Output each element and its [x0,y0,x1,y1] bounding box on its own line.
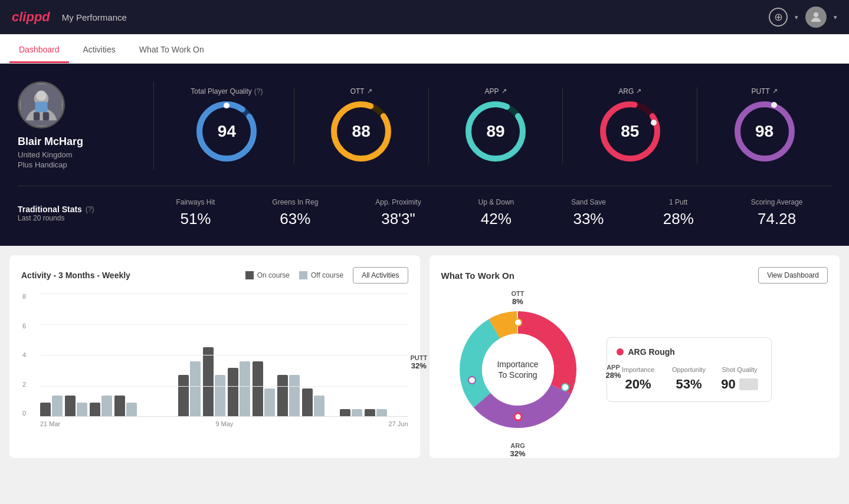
donut-wrapper: Importance To Scoring OTT 8% APP 28% [441,293,595,446]
all-activities-button[interactable]: All Activities [353,267,408,284]
svg-point-9 [224,103,230,108]
bar-off-8 [215,375,225,416]
hero-top: Blair McHarg United Kingdom Plus Handica… [18,81,831,169]
bar-group-8 [203,347,225,416]
bar-off-11 [289,375,300,416]
bar-off-2 [101,396,112,416]
tpq-help-icon[interactable]: (?) [254,87,263,95]
bar-on-15 [365,409,375,416]
plus-icon: ⊕ [774,11,783,24]
tab-activities[interactable]: Activities [74,38,125,63]
wtwo-panel: What To Work On View Dashboard [430,255,840,458]
arg-value: 85 [621,122,639,141]
stat-scoring-value: 74.28 [751,210,803,228]
stat-sandsave-value: 33% [571,210,606,228]
stats-title: Traditional Stats [18,205,82,214]
detail-metric-shot-quality: Shot Quality 90 [718,366,762,392]
app-arrow: ↗ [501,87,507,95]
stat-oneputt-label: 1 Putt [663,198,694,206]
bar-off-7 [190,361,201,416]
app-value: 89 [486,122,504,141]
nav-tabs: Dashboard Activities What To Work On [0,34,849,64]
donut-center-line1: Importance [497,359,538,370]
header-chevron-add: ▾ [795,14,798,21]
chart-area: 21 Mar 9 May 27 Jun [40,293,408,429]
stats-row: Traditional Stats (?) Last 20 rounds Fai… [18,186,831,228]
svg-rect-6 [43,112,50,120]
stat-greens-label: Greens In Reg [272,198,318,206]
bar-on-12 [302,388,313,416]
detail-shot-quality-value: 90 [721,377,735,392]
app-label-row: APP ↗ [484,87,506,95]
chart-bars [40,293,408,417]
stat-greens-value: 63% [272,210,318,228]
view-dashboard-button[interactable]: View Dashboard [758,267,828,284]
stats-help-icon[interactable]: (?) [86,205,94,213]
tab-what-to-work-on[interactable]: What To Work On [130,38,214,63]
donut-area: Importance To Scoring [441,293,595,446]
detail-shot-quality-label: Shot Quality [718,366,762,373]
stat-scoring: Scoring Average 74.28 [751,198,803,228]
tab-dashboard[interactable]: Dashboard [9,38,69,63]
bar-group-14 [340,409,362,416]
player-name: Blair McHarg [18,136,83,148]
tpq-label-row: Total Player Quality (?) [191,87,263,95]
bar-on-11 [277,375,288,416]
detail-metric-importance: Importance 20% [617,366,660,392]
detail-opportunity-label: Opportunity [667,366,711,373]
svg-point-28 [514,413,522,420]
bar-group-2 [90,396,112,416]
arg-arrow: ↗ [636,87,641,95]
tpq-value: 94 [218,122,236,141]
player-country: United Kingdom [18,150,73,159]
svg-point-16 [651,120,657,126]
stat-proximity: App. Proximity 38'3" [375,198,421,228]
header: clippd My Performance ⊕ ▾ ▾ [0,0,849,34]
bar-off-9 [240,361,250,416]
legend-on-course: On course [245,271,290,279]
app-label: APP [484,87,499,95]
stat-sandsave-label: Sand Save [571,198,606,206]
add-button[interactable]: ⊕ [769,8,788,27]
svg-point-27 [562,384,569,391]
chart-x-labels: 21 Mar 9 May 27 Jun [40,420,408,427]
stat-updown-label: Up & Down [478,198,514,206]
detail-importance-value: 20% [617,377,660,392]
svg-point-3 [36,91,47,101]
bar-on-14 [340,409,350,416]
detail-shot-quality-row: 90 [718,377,762,392]
metrics-divider [153,81,154,169]
logo[interactable]: clippd [12,9,50,25]
metric-ott: OTT ↗ 88 [294,87,429,164]
bar-group-11 [277,375,300,416]
bar-group-0 [40,396,63,416]
hero-section: Blair McHarg United Kingdom Plus Handica… [0,64,849,246]
app-gauge: 89 [463,99,528,164]
y-label-6: 6 [22,322,26,330]
detail-card-title: ARG Rough [628,347,675,357]
wtwo-title: What To Work On [441,271,514,281]
detail-dot-icon [617,348,624,355]
svg-point-19 [771,102,777,108]
y-label-2: 2 [22,381,26,388]
y-label-8: 8 [22,293,26,300]
bar-off-14 [352,409,362,416]
bar-group-12 [302,388,324,416]
player-handicap: Plus Handicap [18,160,67,169]
chart-wrapper: 8 6 4 2 0 21 Mar 9 May 27 [40,293,408,429]
donut-center-line2: To Scoring [497,370,538,380]
detail-card-header: ARG Rough [617,347,762,357]
detail-opportunity-value: 53% [667,377,711,392]
svg-rect-4 [35,102,48,113]
x-label-may: 9 May [215,420,233,427]
bar-off-10 [264,388,275,416]
user-avatar-button[interactable] [805,6,827,28]
bar-off-1 [77,403,87,416]
chart-header: Activity - 3 Months - Weekly On course O… [21,267,408,284]
bar-off-3 [126,403,137,416]
avatar-chevron: ▾ [834,14,837,21]
svg-point-29 [468,377,476,384]
legend-off-course: Off course [299,271,343,279]
stat-updown: Up & Down 42% [478,198,514,228]
header-right: ⊕ ▾ ▾ [769,6,837,28]
